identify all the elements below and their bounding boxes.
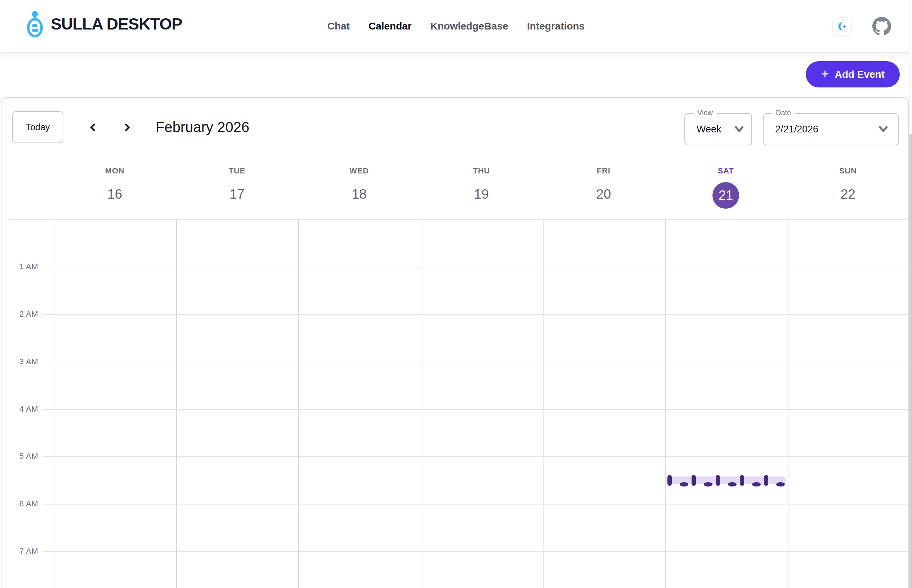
calendar-card: Today February 2026 View Week Date 2/21/… xyxy=(1,97,909,588)
header-actions xyxy=(833,0,891,52)
nav-item-calendar[interactable]: Calendar xyxy=(368,21,412,32)
nav-item-integrations[interactable]: Integrations xyxy=(527,21,585,32)
event-text-fragment xyxy=(680,482,688,486)
event-text-fragment xyxy=(764,475,768,486)
event-text-fragment xyxy=(776,482,785,486)
app-title: SULLA DESKTOP xyxy=(51,15,182,34)
nav-item-knowledgebase[interactable]: KnowledgeBase xyxy=(431,21,508,32)
grid-top-border xyxy=(10,219,909,220)
hour-line xyxy=(43,551,909,552)
time-label: 7 AM xyxy=(2,546,38,557)
hour-line xyxy=(43,456,909,457)
github-octocat-icon xyxy=(872,16,891,36)
column-line xyxy=(53,220,54,588)
column-line xyxy=(298,220,299,588)
app-header: SULLA DESKTOP ChatCalendarKnowledgeBaseI… xyxy=(0,0,912,52)
hour-line xyxy=(43,362,909,362)
robot-icon xyxy=(27,11,43,37)
hour-line xyxy=(43,314,909,315)
event-text-fragment xyxy=(716,475,720,486)
main-nav: ChatCalendarKnowledgeBaseIntegrations xyxy=(327,0,585,52)
hour-line xyxy=(43,409,909,410)
plus-icon: + xyxy=(821,67,829,81)
hour-line xyxy=(43,267,909,267)
nav-item-chat[interactable]: Chat xyxy=(327,21,350,32)
event-text-fragment xyxy=(740,475,744,486)
column-line xyxy=(421,220,421,588)
event-chip[interactable] xyxy=(667,477,786,485)
column-line xyxy=(665,220,666,588)
time-label: 5 AM xyxy=(2,451,38,462)
add-event-label: Add Event xyxy=(835,69,884,80)
hour-line xyxy=(43,504,909,504)
event-text-fragment xyxy=(728,482,737,486)
github-link[interactable] xyxy=(872,17,891,36)
event-text-fragment xyxy=(752,482,761,486)
week-grid: 1 AM2 AM3 AM4 AM5 AM6 AM7 AM xyxy=(2,98,909,588)
time-label: 1 AM xyxy=(2,261,38,272)
time-label: 4 AM xyxy=(2,404,38,415)
column-line xyxy=(543,220,544,588)
time-label: 2 AM xyxy=(2,309,38,320)
brand: SULLA DESKTOP xyxy=(27,11,182,37)
scrollbar-thumb[interactable] xyxy=(909,134,912,588)
column-line xyxy=(176,220,177,588)
event-text-fragment xyxy=(692,475,696,486)
time-label: 3 AM xyxy=(2,356,38,367)
time-label: 6 AM xyxy=(2,498,38,509)
event-text-fragment xyxy=(704,482,713,486)
scrollbar xyxy=(909,0,912,588)
theme-toggle-button[interactable] xyxy=(833,17,852,35)
add-event-button[interactable]: + Add Event xyxy=(806,61,900,87)
event-text-fragment xyxy=(667,475,672,486)
moon-sparkle-icon xyxy=(836,21,848,32)
column-line xyxy=(788,220,789,588)
